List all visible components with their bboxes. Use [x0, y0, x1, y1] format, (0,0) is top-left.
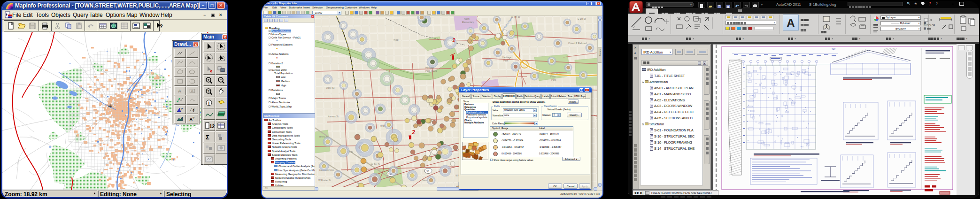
svg-text:Elementary: Elementary	[462, 21, 474, 23]
svg-text:TIFF: TIFF	[394, 39, 399, 42]
svg-text:Park: Park	[503, 59, 509, 62]
svg-text:Kansas St: Kansas St	[328, 115, 339, 118]
svg-text:?: ?	[208, 89, 210, 93]
svg-text:Criand P Railroad: Criand P Railroad	[568, 42, 587, 45]
svg-text:Harmon: Harmon	[549, 72, 558, 75]
svg-text:Nash: Nash	[464, 17, 470, 20]
svg-text:242: 242	[832, 48, 836, 51]
svg-text:?: ?	[181, 107, 183, 111]
svg-text:?: ?	[160, 23, 163, 29]
svg-text:Park: Park	[551, 78, 556, 81]
svg-text:?: ?	[193, 116, 194, 120]
svg-text:A: A	[191, 89, 193, 93]
svg-text:Park Plaza: Park Plaza	[425, 69, 437, 72]
svg-text:W 4th St: W 4th St	[511, 16, 520, 18]
svg-text:12: 12	[209, 124, 215, 129]
svg-text:Vicke St: Vicke St	[326, 86, 335, 89]
svg-text:W Foster St: W Foster St	[318, 179, 331, 182]
svg-text:Heritage: Heritage	[502, 56, 511, 59]
svg-text:E 1st St: E 1st St	[578, 17, 586, 20]
svg-text:W 9th St: W 9th St	[371, 163, 380, 166]
svg-text:Field: Field	[550, 75, 556, 78]
svg-text:A: A	[178, 88, 181, 93]
svg-text:?: ?	[193, 108, 195, 113]
svg-text:1: 1	[452, 37, 455, 44]
svg-text:i: i	[208, 100, 210, 106]
svg-text:?: ?	[181, 116, 183, 120]
svg-text:Σ: Σ	[206, 134, 209, 141]
svg-text:30: 30	[426, 170, 429, 173]
